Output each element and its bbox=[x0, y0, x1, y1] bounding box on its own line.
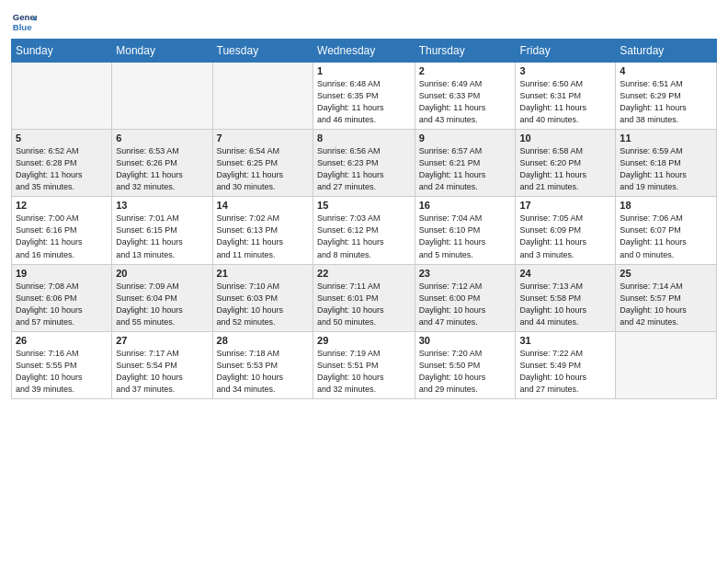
day-number: 15 bbox=[317, 200, 411, 211]
day-info: Sunrise: 6:51 AM Sunset: 6:29 PM Dayligh… bbox=[620, 78, 712, 126]
weekday-header-monday: Monday bbox=[112, 40, 212, 63]
logo: General Blue bbox=[11, 9, 40, 35]
day-info: Sunrise: 7:00 AM Sunset: 6:16 PM Dayligh… bbox=[16, 213, 108, 260]
calendar-cell: 24Sunrise: 7:13 AM Sunset: 5:58 PM Dayli… bbox=[516, 264, 616, 331]
day-info: Sunrise: 6:53 AM Sunset: 6:26 PM Dayligh… bbox=[116, 145, 208, 193]
day-info: Sunrise: 7:03 AM Sunset: 6:12 PM Dayligh… bbox=[317, 213, 411, 260]
calendar-cell: 23Sunrise: 7:12 AM Sunset: 6:00 PM Dayli… bbox=[415, 264, 516, 331]
day-info: Sunrise: 7:02 AM Sunset: 6:13 PM Dayligh… bbox=[217, 213, 310, 260]
day-info: Sunrise: 7:16 AM Sunset: 5:55 PM Dayligh… bbox=[16, 348, 108, 396]
day-info: Sunrise: 7:13 AM Sunset: 5:58 PM Dayligh… bbox=[519, 281, 611, 328]
calendar-cell: 20Sunrise: 7:09 AM Sunset: 6:04 PM Dayli… bbox=[112, 264, 212, 331]
calendar-cell: 7Sunrise: 6:54 AM Sunset: 6:25 PM Daylig… bbox=[212, 130, 313, 197]
calendar-cell: 15Sunrise: 7:03 AM Sunset: 6:12 PM Dayli… bbox=[313, 197, 415, 264]
day-info: Sunrise: 7:17 AM Sunset: 5:54 PM Dayligh… bbox=[116, 348, 208, 396]
weekday-header-thursday: Thursday bbox=[415, 40, 516, 63]
calendar-cell: 8Sunrise: 6:56 AM Sunset: 6:23 PM Daylig… bbox=[313, 130, 415, 197]
weekday-header-saturday: Saturday bbox=[616, 40, 717, 63]
calendar-cell: 26Sunrise: 7:16 AM Sunset: 5:55 PM Dayli… bbox=[12, 331, 112, 398]
header: General Blue bbox=[11, 9, 717, 35]
day-number: 14 bbox=[217, 200, 310, 211]
calendar-cell: 1Sunrise: 6:48 AM Sunset: 6:35 PM Daylig… bbox=[313, 63, 415, 130]
day-number: 8 bbox=[317, 132, 411, 144]
calendar-cell: 19Sunrise: 7:08 AM Sunset: 6:06 PM Dayli… bbox=[12, 264, 112, 331]
calendar-week-5: 26Sunrise: 7:16 AM Sunset: 5:55 PM Dayli… bbox=[12, 331, 717, 398]
day-number: 3 bbox=[519, 65, 611, 76]
calendar-cell: 2Sunrise: 6:49 AM Sunset: 6:33 PM Daylig… bbox=[415, 63, 516, 130]
calendar-cell: 9Sunrise: 6:57 AM Sunset: 6:21 PM Daylig… bbox=[415, 130, 516, 197]
logo-icon: General Blue bbox=[11, 9, 37, 35]
calendar-cell: 28Sunrise: 7:18 AM Sunset: 5:53 PM Dayli… bbox=[212, 331, 313, 398]
day-info: Sunrise: 7:11 AM Sunset: 6:01 PM Dayligh… bbox=[317, 281, 411, 328]
weekday-header-wednesday: Wednesday bbox=[313, 40, 415, 63]
weekday-header-friday: Friday bbox=[516, 40, 616, 63]
day-info: Sunrise: 6:59 AM Sunset: 6:18 PM Dayligh… bbox=[620, 145, 712, 193]
day-number: 19 bbox=[16, 268, 108, 279]
day-number: 10 bbox=[519, 132, 611, 144]
day-info: Sunrise: 6:58 AM Sunset: 6:20 PM Dayligh… bbox=[519, 145, 611, 193]
day-info: Sunrise: 6:52 AM Sunset: 6:28 PM Dayligh… bbox=[16, 145, 108, 193]
day-number: 6 bbox=[116, 132, 208, 144]
day-number: 26 bbox=[16, 335, 108, 346]
day-info: Sunrise: 7:05 AM Sunset: 6:09 PM Dayligh… bbox=[519, 213, 611, 260]
calendar-cell: 13Sunrise: 7:01 AM Sunset: 6:15 PM Dayli… bbox=[112, 197, 212, 264]
day-info: Sunrise: 7:14 AM Sunset: 5:57 PM Dayligh… bbox=[620, 281, 712, 328]
day-number: 17 bbox=[519, 200, 611, 211]
day-info: Sunrise: 7:20 AM Sunset: 5:50 PM Dayligh… bbox=[419, 348, 512, 396]
calendar-cell bbox=[616, 331, 717, 398]
calendar-cell: 11Sunrise: 6:59 AM Sunset: 6:18 PM Dayli… bbox=[616, 130, 717, 197]
day-info: Sunrise: 7:10 AM Sunset: 6:03 PM Dayligh… bbox=[217, 281, 310, 328]
day-info: Sunrise: 7:19 AM Sunset: 5:51 PM Dayligh… bbox=[317, 348, 411, 396]
calendar-cell: 16Sunrise: 7:04 AM Sunset: 6:10 PM Dayli… bbox=[415, 197, 516, 264]
day-info: Sunrise: 7:22 AM Sunset: 5:49 PM Dayligh… bbox=[519, 348, 611, 396]
day-number: 2 bbox=[419, 65, 512, 76]
day-info: Sunrise: 6:48 AM Sunset: 6:35 PM Dayligh… bbox=[317, 78, 411, 126]
day-number: 4 bbox=[620, 65, 712, 76]
day-info: Sunrise: 7:12 AM Sunset: 6:00 PM Dayligh… bbox=[419, 281, 512, 328]
calendar-cell: 14Sunrise: 7:02 AM Sunset: 6:13 PM Dayli… bbox=[212, 197, 313, 264]
page-container: General Blue SundayMondayTuesdayWednesda… bbox=[0, 0, 728, 407]
calendar-cell bbox=[212, 63, 313, 130]
day-number: 7 bbox=[217, 132, 310, 144]
calendar-table: SundayMondayTuesdayWednesdayThursdayFrid… bbox=[11, 39, 717, 399]
day-number: 24 bbox=[519, 268, 611, 279]
day-info: Sunrise: 6:49 AM Sunset: 6:33 PM Dayligh… bbox=[419, 78, 512, 126]
calendar-week-1: 1Sunrise: 6:48 AM Sunset: 6:35 PM Daylig… bbox=[12, 63, 717, 130]
calendar-cell: 22Sunrise: 7:11 AM Sunset: 6:01 PM Dayli… bbox=[313, 264, 415, 331]
day-info: Sunrise: 7:09 AM Sunset: 6:04 PM Dayligh… bbox=[116, 281, 208, 328]
svg-text:Blue: Blue bbox=[13, 22, 32, 32]
weekday-header-tuesday: Tuesday bbox=[212, 40, 313, 63]
day-info: Sunrise: 6:50 AM Sunset: 6:31 PM Dayligh… bbox=[519, 78, 611, 126]
calendar-cell: 30Sunrise: 7:20 AM Sunset: 5:50 PM Dayli… bbox=[415, 331, 516, 398]
day-info: Sunrise: 6:56 AM Sunset: 6:23 PM Dayligh… bbox=[317, 145, 411, 193]
day-number: 13 bbox=[116, 200, 208, 211]
day-number: 28 bbox=[217, 335, 310, 346]
day-number: 18 bbox=[620, 200, 712, 211]
weekday-header-sunday: Sunday bbox=[12, 40, 112, 63]
day-number: 20 bbox=[116, 268, 208, 279]
day-number: 27 bbox=[116, 335, 208, 346]
calendar-cell: 10Sunrise: 6:58 AM Sunset: 6:20 PM Dayli… bbox=[516, 130, 616, 197]
day-info: Sunrise: 7:01 AM Sunset: 6:15 PM Dayligh… bbox=[116, 213, 208, 260]
day-number: 25 bbox=[620, 268, 712, 279]
day-number: 31 bbox=[519, 335, 611, 346]
calendar-cell: 12Sunrise: 7:00 AM Sunset: 6:16 PM Dayli… bbox=[12, 197, 112, 264]
calendar-week-2: 5Sunrise: 6:52 AM Sunset: 6:28 PM Daylig… bbox=[12, 130, 717, 197]
calendar-cell: 21Sunrise: 7:10 AM Sunset: 6:03 PM Dayli… bbox=[212, 264, 313, 331]
day-number: 30 bbox=[419, 335, 512, 346]
calendar-cell: 5Sunrise: 6:52 AM Sunset: 6:28 PM Daylig… bbox=[12, 130, 112, 197]
day-info: Sunrise: 6:54 AM Sunset: 6:25 PM Dayligh… bbox=[217, 145, 310, 193]
day-info: Sunrise: 7:08 AM Sunset: 6:06 PM Dayligh… bbox=[16, 281, 108, 328]
calendar-cell: 6Sunrise: 6:53 AM Sunset: 6:26 PM Daylig… bbox=[112, 130, 212, 197]
calendar-cell bbox=[12, 63, 112, 130]
calendar-week-3: 12Sunrise: 7:00 AM Sunset: 6:16 PM Dayli… bbox=[12, 197, 717, 264]
day-number: 21 bbox=[217, 268, 310, 279]
day-number: 16 bbox=[419, 200, 512, 211]
weekday-header-row: SundayMondayTuesdayWednesdayThursdayFrid… bbox=[12, 40, 717, 63]
calendar-cell: 29Sunrise: 7:19 AM Sunset: 5:51 PM Dayli… bbox=[313, 331, 415, 398]
day-info: Sunrise: 6:57 AM Sunset: 6:21 PM Dayligh… bbox=[419, 145, 512, 193]
day-number: 22 bbox=[317, 268, 411, 279]
calendar-week-4: 19Sunrise: 7:08 AM Sunset: 6:06 PM Dayli… bbox=[12, 264, 717, 331]
day-number: 9 bbox=[419, 132, 512, 144]
day-info: Sunrise: 7:06 AM Sunset: 6:07 PM Dayligh… bbox=[620, 213, 712, 260]
